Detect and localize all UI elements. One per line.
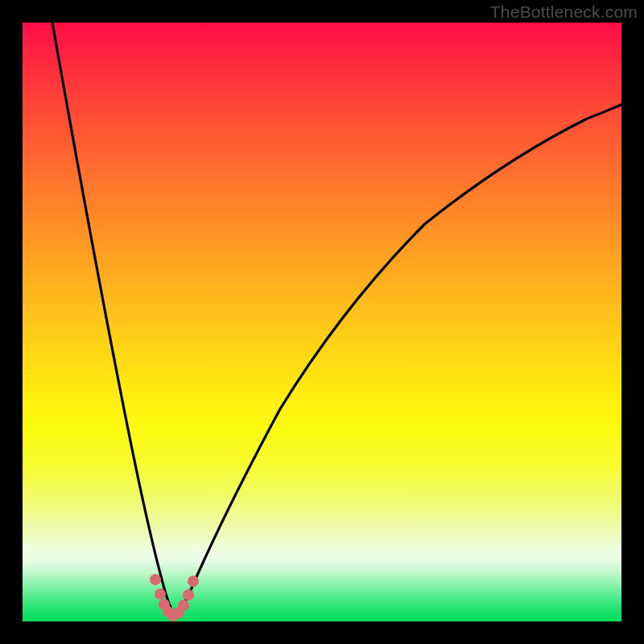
svg-point-0 bbox=[150, 574, 161, 585]
svg-point-1 bbox=[155, 588, 166, 600]
curve-layer bbox=[23, 23, 621, 621]
svg-point-8 bbox=[188, 576, 199, 587]
curve-left bbox=[52, 23, 175, 616]
minimum-markers bbox=[150, 574, 199, 621]
curve-right bbox=[175, 105, 621, 616]
watermark-text: TheBottleneck.com bbox=[490, 2, 638, 22]
plot-area bbox=[23, 23, 621, 621]
chart-frame: TheBottleneck.com bbox=[0, 0, 644, 644]
svg-point-6 bbox=[178, 600, 189, 611]
svg-point-7 bbox=[183, 589, 194, 601]
